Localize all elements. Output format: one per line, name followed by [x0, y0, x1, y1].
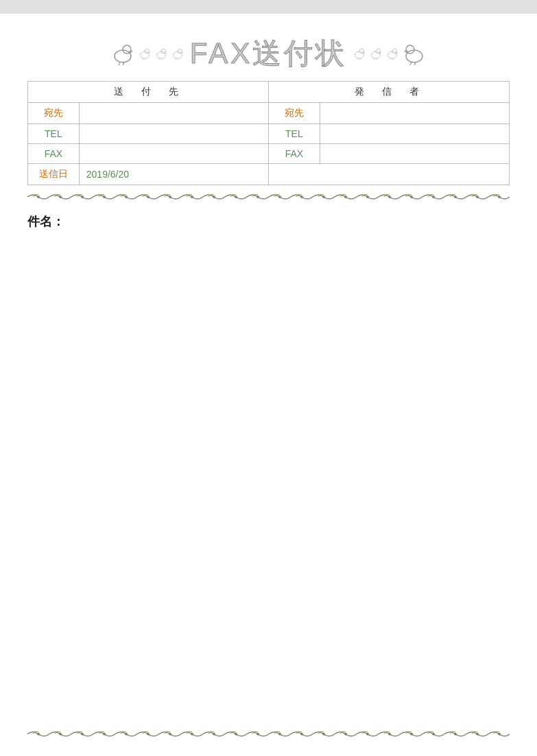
duck-small-6 — [385, 47, 399, 60]
svg-point-62 — [213, 733, 215, 735]
svg-point-50 — [432, 196, 435, 198]
table-row: FAX FAX — [28, 144, 510, 164]
svg-point-55 — [59, 733, 62, 735]
svg-point-24 — [388, 51, 397, 58]
svg-point-4 — [140, 51, 149, 58]
svg-point-49 — [410, 196, 413, 198]
svg-point-59 — [147, 733, 150, 735]
svg-point-73 — [454, 733, 457, 735]
svg-point-56 — [81, 733, 84, 735]
subject-label: 件名： — [27, 213, 510, 230]
svg-point-33 — [59, 196, 62, 198]
svg-point-12 — [173, 51, 182, 58]
svg-point-61 — [191, 733, 193, 735]
duck-small-5 — [369, 47, 383, 60]
label-date: 送信日 — [28, 164, 80, 185]
svg-point-74 — [476, 733, 479, 735]
table-row: 送信日 2019/6/20 — [28, 164, 510, 185]
value-date-right — [268, 164, 509, 185]
duck-small-1 — [138, 47, 152, 60]
label-addressee-left: 宛先 — [28, 103, 80, 124]
svg-point-32 — [37, 196, 40, 198]
svg-point-75 — [498, 733, 501, 735]
label-tel-left: TEL — [28, 124, 80, 144]
duck-large-right — [402, 41, 427, 66]
vine-divider-top — [27, 191, 510, 205]
page-header: FAX送付状 — [27, 34, 510, 73]
svg-point-68 — [344, 733, 347, 735]
svg-point-47 — [366, 196, 369, 198]
svg-point-38 — [169, 196, 171, 198]
svg-point-60 — [169, 733, 171, 735]
label-fax-left: FAX — [28, 144, 80, 164]
body-area — [27, 230, 510, 641]
vine-svg-top — [27, 191, 510, 203]
svg-point-44 — [300, 196, 303, 198]
svg-point-70 — [388, 733, 391, 735]
value-tel-left — [79, 124, 268, 144]
duck-small-2 — [154, 47, 168, 60]
svg-point-8 — [156, 51, 165, 58]
svg-point-67 — [322, 733, 325, 735]
svg-point-69 — [366, 733, 369, 735]
page-title: FAX送付状 — [190, 34, 347, 73]
svg-point-72 — [432, 733, 435, 735]
label-fax-right: FAX — [268, 144, 320, 164]
svg-point-57 — [103, 733, 106, 735]
svg-point-63 — [235, 733, 237, 735]
svg-point-41 — [235, 196, 237, 198]
duck-small-3 — [171, 47, 184, 60]
svg-point-64 — [256, 733, 259, 735]
svg-point-53 — [498, 196, 501, 198]
svg-point-34 — [81, 196, 84, 198]
value-tel-right — [320, 124, 509, 144]
table-row: TEL TEL — [28, 124, 510, 144]
svg-point-65 — [278, 733, 281, 735]
fax-info-table: 送 付 先 発 信 者 宛先 宛先 TEL TEL FAX — [27, 81, 510, 185]
svg-point-43 — [278, 196, 281, 198]
right-duck-group — [353, 41, 427, 66]
label-addressee-right: 宛先 — [268, 103, 320, 124]
vine-divider-bottom — [27, 728, 510, 742]
value-fax-left — [79, 144, 268, 164]
left-duck-group — [110, 41, 184, 66]
svg-point-66 — [300, 733, 303, 735]
svg-point-37 — [147, 196, 150, 198]
svg-point-48 — [388, 196, 391, 198]
svg-point-52 — [476, 196, 479, 198]
value-fax-right — [320, 144, 509, 164]
svg-point-58 — [125, 733, 128, 735]
receiver-header: 発 信 者 — [268, 82, 509, 103]
duck-large-left — [110, 41, 135, 66]
svg-point-0 — [115, 50, 131, 62]
svg-point-20 — [372, 51, 381, 58]
sender-header: 送 付 先 — [28, 82, 269, 103]
value-addressee-right — [320, 103, 509, 124]
vine-svg-bottom — [27, 728, 510, 740]
svg-point-54 — [37, 733, 40, 735]
svg-point-45 — [322, 196, 325, 198]
svg-point-39 — [191, 196, 193, 198]
table-row: 宛先 宛先 — [28, 103, 510, 124]
svg-point-36 — [125, 196, 128, 198]
svg-point-28 — [406, 50, 422, 62]
value-date: 2019/6/20 — [79, 164, 268, 185]
value-addressee-left — [79, 103, 268, 124]
label-tel-right: TEL — [268, 124, 320, 144]
duck-small-4 — [353, 47, 366, 60]
svg-point-40 — [213, 196, 215, 198]
svg-point-42 — [256, 196, 259, 198]
svg-point-71 — [410, 733, 413, 735]
svg-point-51 — [454, 196, 457, 198]
svg-point-46 — [344, 196, 347, 198]
svg-point-16 — [355, 51, 364, 58]
page: FAX送付状 — [0, 14, 537, 756]
svg-point-35 — [103, 196, 106, 198]
